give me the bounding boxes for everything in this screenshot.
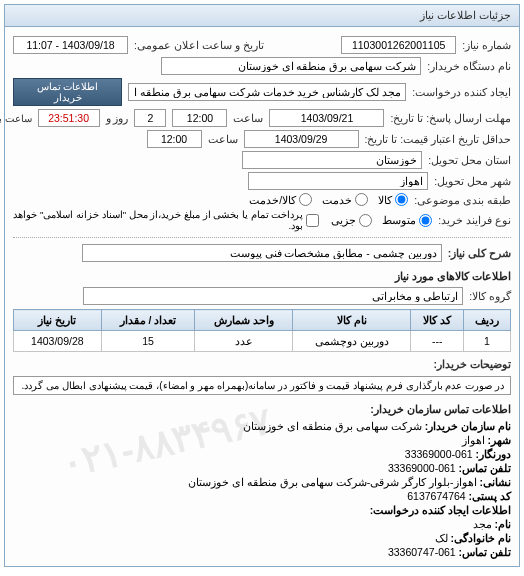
province-input[interactable] — [242, 151, 422, 169]
col-date: تاریخ نیاز — [14, 310, 102, 331]
remaining-input[interactable] — [38, 109, 100, 127]
class-label: طبقه بندی موضوعی: — [414, 194, 511, 206]
days-input[interactable] — [134, 109, 166, 127]
buyer-org-input[interactable] — [161, 57, 421, 75]
cell-name: دوربین دوچشمی — [293, 331, 411, 352]
time-label-2: ساعت — [208, 133, 238, 145]
col-code: کد کالا — [411, 310, 464, 331]
cell-date: 1403/09/28 — [14, 331, 102, 352]
quote-valid-date-input[interactable] — [244, 130, 359, 148]
panel-header: جزئیات اطلاعات نیاز — [5, 5, 519, 27]
pub-date-input[interactable] — [13, 36, 128, 54]
time-label-1: ساعت — [233, 112, 263, 124]
contact-info-block: نام سازمان خریدار: شرکت سهامی برق منطقه … — [13, 420, 511, 558]
fax-value: 061-33369000 — [405, 448, 473, 460]
phone-value: 061-33369000 — [388, 462, 456, 474]
days-suffix: روز و — [106, 112, 129, 124]
creator-label: ایجاد کننده درخواست: — [412, 86, 511, 98]
buyer-note-box: در صورت عدم بارگذاری فرم پیشنهاد قیمت و … — [13, 376, 511, 395]
overall-input[interactable] — [82, 244, 442, 262]
org-name-label: نام سازمان خریدار: — [425, 420, 511, 432]
process-radio-group: متوسط جزیی — [331, 214, 432, 227]
class-both-radio[interactable]: کالا/خدمت — [249, 193, 312, 206]
req-no-input[interactable] — [341, 36, 456, 54]
contact-title: اطلاعات تماس سازمان خریدار: — [13, 403, 511, 416]
postal-value: 6137674764 — [407, 490, 465, 502]
class-kala-radio[interactable]: کالا — [378, 193, 408, 206]
lname-label: نام خانوادگی: — [451, 532, 511, 544]
org-name-value: شرکت سهامی برق منطقه ای خوزستان — [243, 420, 422, 432]
col-name: نام کالا — [293, 310, 411, 331]
process-label: نوع فرایند خرید: — [438, 214, 511, 226]
table-row[interactable]: 1 --- دوربین دوچشمی عدد 15 1403/09/28 — [14, 331, 511, 352]
phone-label: تلفن تماس: — [459, 462, 511, 474]
contact-city-value: اهواز — [462, 434, 485, 446]
postal-label: کد پستی: — [469, 490, 511, 502]
cell-code: --- — [411, 331, 464, 352]
city-label: شهر محل تحویل: — [434, 175, 511, 187]
province-label: استان محل تحویل: — [428, 154, 511, 166]
cphone-value: 061-33360747 — [388, 546, 456, 558]
cphone-label: تلفن تماس: — [459, 546, 511, 558]
fname-label: نام: — [495, 518, 512, 530]
address-label: نشانی: — [480, 476, 512, 488]
goods-info-title: اطلاعات کالاهای مورد نیاز — [13, 270, 511, 283]
quote-valid-label: حداقل تاریخ اعتبار قیمت: تا تاریخ: — [365, 133, 511, 145]
col-unit: واحد شمارش — [195, 310, 293, 331]
table-header-row: ردیف کد کالا نام کالا واحد شمارش تعداد /… — [14, 310, 511, 331]
class-radio-group: کالا خدمت کالا/خدمت — [249, 193, 408, 206]
fax-label: دورنگار: — [476, 448, 512, 460]
overall-label: شرح کلی نیاز: — [448, 247, 511, 259]
panel-title: جزئیات اطلاعات نیاز — [420, 9, 511, 21]
pub-date-label: تاریخ و ساعت اعلان عمومی: — [134, 39, 264, 51]
buyer-org-label: نام دستگاه خریدار: — [427, 60, 511, 72]
cell-idx: 1 — [464, 331, 511, 352]
deadline-time-input[interactable] — [172, 109, 227, 127]
class-khadmat-radio[interactable]: خدمت — [322, 193, 368, 206]
col-qty: تعداد / مقدار — [101, 310, 195, 331]
req-creator-title: اطلاعات ایجاد کننده درخواست: — [13, 504, 511, 516]
buyer-note-label: توضیحات خریدار: — [434, 358, 511, 370]
cell-qty: 15 — [101, 331, 195, 352]
group-input[interactable] — [83, 287, 463, 305]
contact-buyer-button[interactable]: اطلاعات تماس خریدار — [13, 78, 122, 106]
process-note-check[interactable]: پرداخت تمام یا بخشی از مبلغ خرید،از محل … — [13, 209, 319, 231]
deadline-date-input[interactable] — [269, 109, 384, 127]
city-input[interactable] — [248, 172, 428, 190]
contact-city-label: شهر: — [488, 434, 512, 446]
creator-input[interactable] — [128, 83, 406, 101]
cell-unit: عدد — [195, 331, 293, 352]
process-mid-radio[interactable]: متوسط — [382, 214, 432, 227]
deadline-label: مهلت ارسال پاسخ: تا تاریخ: — [390, 112, 511, 124]
panel-body: شماره نیاز: تاریخ و ساعت اعلان عمومی: نا… — [5, 27, 519, 566]
fname-value: مجد — [473, 518, 492, 530]
details-panel: جزئیات اطلاعات نیاز شماره نیاز: تاریخ و … — [4, 4, 520, 567]
process-small-radio[interactable]: جزیی — [331, 214, 372, 227]
col-idx: ردیف — [464, 310, 511, 331]
address-value: اهواز-بلوار کارگر شرقی-شرکت سهامی برق من… — [188, 476, 476, 488]
group-label: گروه کالا: — [469, 290, 511, 302]
req-no-label: شماره نیاز: — [462, 39, 511, 51]
remaining-label: ساعت باقی مانده — [0, 113, 32, 124]
lname-value: لک — [435, 532, 448, 544]
goods-table: ردیف کد کالا نام کالا واحد شمارش تعداد /… — [13, 309, 511, 352]
quote-valid-time-input[interactable] — [147, 130, 202, 148]
